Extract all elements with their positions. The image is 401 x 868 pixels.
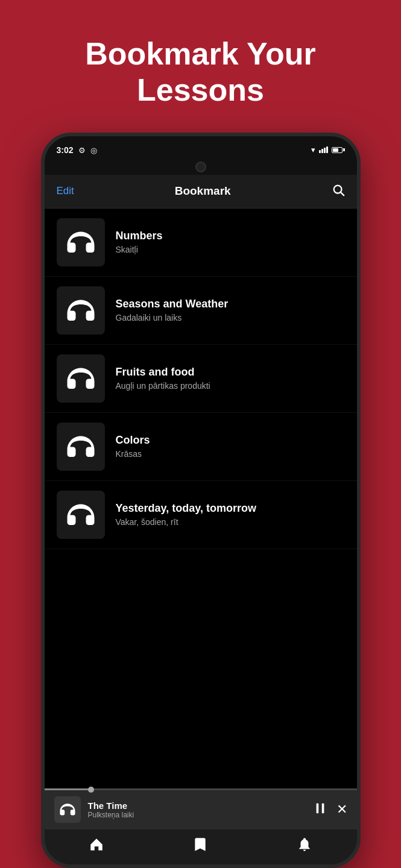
now-playing-icon-box (54, 796, 81, 823)
lesson-subtitle: Vakar, šodien, rīt (116, 517, 256, 527)
lesson-text: Fruits and food Augļi un pārtikas produk… (116, 366, 210, 391)
lesson-item[interactable]: Yesterday, today, tomorrow Vakar, šodien… (45, 481, 357, 549)
now-playing-bar: The Time Pulksteņa laiki ✕ (45, 788, 357, 829)
progress-fill (45, 788, 92, 790)
lesson-icon-box (57, 354, 105, 403)
lesson-item[interactable]: Colors Krāsas (45, 413, 357, 481)
now-playing-text: The Time Pulksteņa laiki (88, 800, 306, 819)
app-bar: Edit Bookmark (45, 175, 357, 209)
lesson-subtitle: Augļi un pārtikas produkti (116, 381, 210, 391)
status-bar: 3:02 ▾ (45, 136, 357, 162)
wifi-icon: ▾ (311, 145, 315, 154)
playback-controls: ✕ (314, 802, 347, 818)
lesson-icon-box (57, 491, 105, 539)
progress-dot (88, 787, 94, 793)
nav-item-home[interactable] (89, 837, 104, 852)
edit-button[interactable]: Edit (57, 185, 74, 197)
lesson-title: Yesterday, today, tomorrow (116, 502, 256, 515)
lesson-icon-box (57, 423, 105, 471)
svg-line-1 (341, 192, 344, 195)
svg-rect-3 (321, 803, 324, 813)
phone-device: 3:02 ▾ Edit (41, 133, 361, 868)
lesson-item[interactable]: Numbers Skaitļi (45, 209, 357, 277)
app-bar-title: Bookmark (175, 184, 231, 198)
camera (195, 162, 206, 172)
lesson-subtitle: Gadalaiki un laiks (116, 313, 229, 322)
lesson-text: Seasons and Weather Gadalaiki un laiks (116, 298, 229, 322)
lesson-title: Numbers (116, 230, 163, 242)
now-playing-subtitle: Pulksteņa laiki (88, 811, 306, 819)
lesson-item[interactable]: Fruits and food Augļi un pārtikas produk… (45, 345, 357, 413)
progress-track[interactable] (45, 788, 357, 790)
lesson-title: Colors (116, 434, 150, 447)
lesson-title: Seasons and Weather (116, 298, 229, 310)
bottom-nav (45, 829, 357, 864)
notch (45, 162, 357, 175)
lesson-text: Colors Krāsas (116, 434, 150, 459)
lesson-title: Fruits and food (116, 366, 210, 379)
lesson-text: Numbers Skaitļi (116, 230, 163, 254)
lesson-list: Numbers Skaitļi Seasons and Weather Gada… (45, 209, 357, 788)
lesson-icon-box (57, 286, 105, 335)
page-title: Bookmark Your Lessons (24, 36, 377, 108)
lesson-item[interactable]: Seasons and Weather Gadalaiki un laiks (45, 277, 357, 345)
nav-item-notifications[interactable] (297, 837, 312, 852)
battery-icon (332, 147, 345, 153)
lesson-text: Yesterday, today, tomorrow Vakar, šodien… (116, 502, 256, 527)
search-button[interactable] (332, 183, 345, 200)
pause-button[interactable] (314, 802, 327, 818)
signal-icon (319, 146, 328, 153)
lesson-icon-box (57, 218, 105, 266)
page-header: Bookmark Your Lessons (0, 0, 401, 133)
close-button[interactable]: ✕ (336, 803, 347, 816)
svg-rect-2 (316, 803, 318, 813)
lesson-subtitle: Skaitļi (116, 245, 163, 254)
lesson-subtitle: Krāsas (116, 449, 150, 459)
now-playing-title: The Time (88, 800, 306, 811)
svg-point-0 (333, 185, 341, 193)
nav-item-bookmark[interactable] (192, 837, 208, 852)
location-icon (90, 145, 97, 156)
gear-icon (78, 145, 86, 156)
status-time: 3:02 (57, 145, 74, 155)
